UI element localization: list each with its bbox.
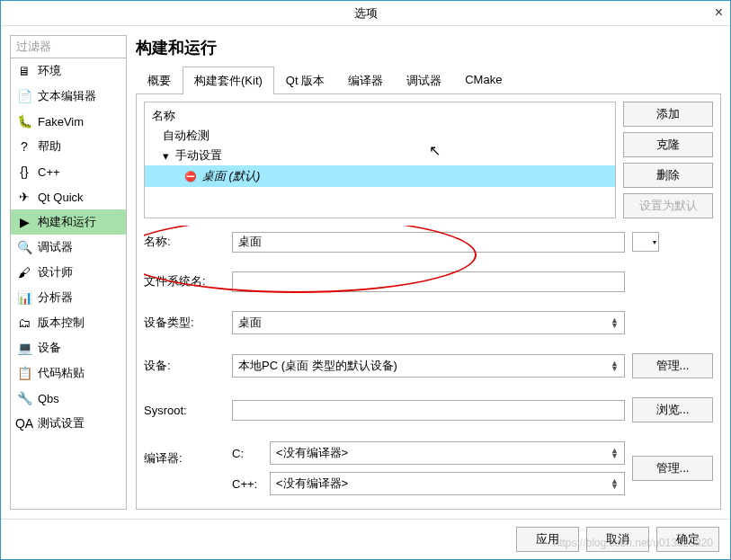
- sidebar-item-label: 测试设置: [38, 415, 85, 431]
- compiler-manage-button[interactable]: 管理...: [632, 456, 713, 481]
- sidebar-item-label: 帮助: [38, 138, 61, 155]
- sidebar-icon: 🐛: [16, 113, 32, 129]
- kit-auto-group[interactable]: 自动检测: [145, 126, 615, 146]
- sidebar-icon: ▶: [16, 214, 32, 230]
- sidebar-list: 🖥环境📄文本编辑器🐛FakeVim?帮助{}C++✈Qt Quick▶构建和运行…: [11, 58, 126, 509]
- sidebar-item-label: FakeVim: [38, 115, 84, 129]
- kit-manual-group[interactable]: ▾ 手动设置: [145, 146, 615, 165]
- sidebar-item-6[interactable]: ▶构建和运行: [11, 209, 126, 235]
- sidebar-icon: 📊: [16, 289, 32, 306]
- kit-top-row: 名称 自动检测 ▾ 手动设置 ⛔ 桌面 (默认) 添加 克隆 删除 设置为默认: [144, 102, 713, 218]
- setdefault-button[interactable]: 设置为默认: [623, 193, 713, 218]
- close-icon[interactable]: ×: [715, 4, 723, 21]
- filter-input[interactable]: 过滤器: [11, 36, 126, 58]
- kit-form: 名称: ▾ 文件系统名: 设备类型: 桌面 ▲▼ 设备: 本地PC (桌面 类型…: [144, 226, 713, 502]
- window-title: 选项: [354, 5, 378, 22]
- sidebar-item-13[interactable]: 🔧Qbs: [11, 386, 126, 411]
- kit-list[interactable]: 名称 自动检测 ▾ 手动设置 ⛔ 桌面 (默认): [144, 102, 616, 218]
- warning-icon: ⛔: [184, 171, 197, 182]
- sidebar-item-5[interactable]: ✈Qt Quick: [11, 184, 126, 209]
- sidebar-icon: 🔍: [16, 239, 32, 255]
- sidebar-item-label: 文本编辑器: [38, 88, 96, 104]
- chevron-updown-icon: ▲▼: [611, 448, 619, 458]
- footer: 应用 取消 确定: [1, 519, 730, 559]
- sidebar-icon: 🖌: [16, 264, 32, 280]
- name-input[interactable]: [232, 232, 625, 253]
- sidebar-icon: 🔧: [16, 390, 32, 406]
- sidebar-icon: 🗂: [16, 315, 32, 331]
- sidebar-item-10[interactable]: 🗂版本控制: [11, 310, 126, 335]
- tab-0[interactable]: 概要: [136, 67, 183, 94]
- clone-button[interactable]: 克隆: [623, 132, 713, 157]
- device-select[interactable]: 本地PC (桌面 类型的默认设备) ▲▼: [232, 354, 625, 378]
- kit-list-header: 名称: [145, 106, 615, 126]
- compiler-block: C: <没有编译器> ▲▼ C++: <没有编译器> ▲▼: [232, 441, 625, 495]
- sidebar-icon: QA: [16, 415, 32, 431]
- add-button[interactable]: 添加: [623, 102, 713, 127]
- sidebar-item-label: 构建和运行: [38, 214, 96, 230]
- tabs: 概要构建套件(Kit)Qt 版本编译器调试器CMake: [136, 66, 721, 94]
- chevron-updown-icon: ▲▼: [611, 360, 619, 371]
- name-label: 名称:: [144, 234, 225, 250]
- tab-5[interactable]: CMake: [453, 67, 513, 94]
- sysroot-input[interactable]: [232, 400, 625, 421]
- kit-item-desktop[interactable]: ⛔ 桌面 (默认): [145, 165, 615, 187]
- sidebar-item-11[interactable]: 💻设备: [11, 335, 126, 360]
- sysroot-label: Sysroot:: [144, 404, 225, 417]
- sidebar-item-12[interactable]: 📋代码粘贴: [11, 360, 126, 386]
- sysroot-browse-button[interactable]: 浏览...: [632, 397, 713, 422]
- sidebar-icon: 💻: [16, 340, 32, 356]
- titlebar: 选项 ×: [1, 1, 730, 26]
- sidebar-item-9[interactable]: 📊分析器: [11, 285, 126, 310]
- sidebar-item-label: 环境: [38, 63, 61, 79]
- chevron-updown-icon: ▲▼: [611, 317, 619, 328]
- main-area: 过滤器 🖥环境📄文本编辑器🐛FakeVim?帮助{}C++✈Qt Quick▶构…: [1, 26, 730, 519]
- sidebar-icon: ?: [16, 138, 32, 155]
- sidebar-item-2[interactable]: 🐛FakeVim: [11, 109, 126, 134]
- sidebar: 过滤器 🖥环境📄文本编辑器🐛FakeVim?帮助{}C++✈Qt Quick▶构…: [10, 35, 127, 510]
- ok-button[interactable]: 确定: [656, 527, 719, 552]
- chevron-down-icon: ▾: [163, 149, 172, 163]
- sidebar-item-7[interactable]: 🔍调试器: [11, 235, 126, 260]
- icon-picker[interactable]: ▾: [632, 232, 659, 252]
- sidebar-item-14[interactable]: QA测试设置: [11, 411, 126, 436]
- tab-1[interactable]: 构建套件(Kit): [183, 67, 274, 94]
- sidebar-icon: 🖥: [16, 63, 32, 79]
- c-compiler-select[interactable]: <没有编译器> ▲▼: [270, 441, 625, 465]
- tab-2[interactable]: Qt 版本: [274, 67, 336, 94]
- apply-button[interactable]: 应用: [516, 527, 579, 552]
- kit-manual-label: 手动设置: [175, 147, 222, 164]
- fsname-input[interactable]: [232, 271, 625, 292]
- compiler-label: 编译器:: [144, 436, 225, 467]
- sidebar-item-1[interactable]: 📄文本编辑器: [11, 84, 126, 109]
- sidebar-item-label: Qt Quick: [38, 191, 84, 204]
- page-title: 构建和运行: [136, 35, 721, 66]
- tab-4[interactable]: 调试器: [395, 67, 453, 94]
- tab-3[interactable]: 编译器: [336, 67, 395, 94]
- delete-button[interactable]: 删除: [623, 163, 713, 188]
- fsname-label: 文件系统名:: [144, 273, 225, 289]
- content: 构建和运行 概要构建套件(Kit)Qt 版本编译器调试器CMake 名称 自动检…: [136, 35, 721, 510]
- kit-panel: 名称 自动检测 ▾ 手动设置 ⛔ 桌面 (默认) 添加 克隆 删除 设置为默认: [136, 94, 721, 510]
- sidebar-item-4[interactable]: {}C++: [11, 159, 126, 184]
- devtype-select[interactable]: 桌面 ▲▼: [232, 311, 625, 334]
- sidebar-item-label: 调试器: [38, 239, 73, 255]
- sidebar-item-label: 代码粘贴: [38, 365, 85, 381]
- sidebar-icon: 📄: [16, 88, 32, 104]
- sidebar-item-3[interactable]: ?帮助: [11, 134, 126, 159]
- sidebar-item-8[interactable]: 🖌设计师: [11, 260, 126, 285]
- cpp-compiler-select[interactable]: <没有编译器> ▲▼: [270, 472, 625, 495]
- cancel-button[interactable]: 取消: [586, 527, 649, 552]
- sidebar-icon: {}: [16, 164, 32, 180]
- sidebar-item-0[interactable]: 🖥环境: [11, 58, 126, 84]
- kit-item-label: 桌面 (默认): [202, 168, 260, 184]
- device-label: 设备:: [144, 358, 225, 374]
- devtype-label: 设备类型:: [144, 315, 225, 331]
- c-label: C:: [232, 447, 264, 460]
- cpp-label: C++:: [232, 477, 264, 491]
- sidebar-item-label: 版本控制: [38, 315, 85, 331]
- device-manage-button[interactable]: 管理...: [632, 353, 713, 378]
- sidebar-item-label: 分析器: [38, 289, 73, 306]
- sidebar-item-label: C++: [38, 165, 60, 179]
- sidebar-item-label: Qbs: [38, 392, 59, 405]
